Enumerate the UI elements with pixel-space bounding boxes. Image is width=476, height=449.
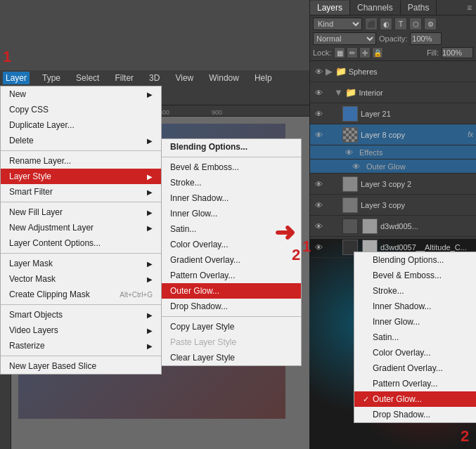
opacity-input[interactable] — [410, 32, 442, 45]
menu-layer-mask[interactable]: Layer Mask ▶ — [1, 256, 161, 271]
ctx2-blending-options[interactable]: Blending Options... — [354, 252, 476, 268]
tab-paths[interactable]: Paths — [401, 1, 437, 15]
menu-new-adjustment-layer[interactable]: New Adjustment Layer ▶ — [1, 220, 161, 235]
visibility-icon[interactable]: 👁 — [313, 200, 324, 211]
menu-rasterize[interactable]: Rasterize ▶ — [1, 338, 161, 353]
layer-item-layer3copy2[interactable]: 👁 Layer 3 copy 2 — [310, 174, 476, 195]
menu-smart-filter[interactable]: Smart Filter ▶ — [1, 184, 161, 200]
menu-item-view[interactable]: View — [172, 72, 196, 84]
menu-video-layers[interactable]: Video Layers ▶ — [1, 323, 161, 338]
ctx2-bevel-emboss[interactable]: Bevel & Emboss... — [354, 268, 476, 283]
annotation-2b-badge: 2 — [461, 427, 469, 445]
kind-select[interactable]: Kind — [313, 18, 362, 30]
visibility-icon[interactable]: 👁 — [313, 108, 324, 119]
submenu-clear-layer-style[interactable]: Clear Layer Style — [162, 350, 301, 365]
shape-filter-icon[interactable]: ⬡ — [409, 18, 422, 30]
fill-label: Fill: — [427, 48, 439, 57]
layer-thumbnail — [342, 197, 358, 213]
layer-mask-thumbnail — [362, 219, 378, 234]
ctx2-inner-shadow[interactable]: Inner Shadow... — [354, 299, 476, 314]
fill-input[interactable] — [442, 47, 473, 58]
ctx2-gradient-overlay[interactable]: Gradient Overlay... — [354, 360, 476, 376]
layer-item-layer21[interactable]: 👁 Layer 21 — [310, 103, 476, 124]
annotation-2-badge: 2 — [292, 246, 300, 264]
menu-smart-objects[interactable]: Smart Objects ▶ — [1, 307, 161, 323]
lock-transparent-icon[interactable]: ▦ — [334, 47, 345, 58]
folder-icon: ▼ 📁 — [334, 87, 356, 98]
menu-layer-style[interactable]: Layer Style ▶ — [1, 169, 161, 184]
arrow-icon: ▶ — [147, 275, 153, 283]
menu-layer-content-options[interactable]: Layer Content Options... — [1, 235, 161, 251]
annotation-1-badge: 1 — [3, 48, 11, 66]
lock-pixels-icon[interactable]: ✏ — [347, 47, 358, 58]
panel-menu-icon[interactable]: ≡ — [463, 1, 476, 15]
tab-channels[interactable]: Channels — [350, 1, 401, 15]
layer-item-layer8copy[interactable]: 👁 Layer 8 copy fx — [310, 124, 476, 145]
submenu-bevel-emboss[interactable]: Bevel & Emboss... — [162, 160, 301, 175]
menu-duplicate-layer[interactable]: Duplicate Layer... — [1, 117, 161, 133]
blend-mode-select[interactable]: Normal — [313, 32, 376, 45]
menu-create-clipping-mask[interactable]: Create Clipping Mask Alt+Ctrl+G — [1, 287, 161, 302]
menu-item-filter[interactable]: Filter — [112, 72, 136, 84]
visibility-icon[interactable]: 👁 — [313, 129, 324, 141]
submenu-outer-glow[interactable]: Outer Glow... — [162, 283, 301, 299]
submenu-gradient-overlay[interactable]: Gradient Overlay... — [162, 252, 301, 268]
submenu-paste-layer-style[interactable]: Paste Layer Style — [162, 334, 301, 350]
menu-new-fill-layer[interactable]: New Fill Layer ▶ — [1, 204, 161, 220]
layer-name: d3wd005... — [380, 222, 473, 230]
pixel-filter-icon[interactable]: ⬛ — [365, 18, 378, 30]
menu-item-type[interactable]: Type — [39, 72, 63, 84]
layer-item-layer3copy[interactable]: 👁 Layer 3 copy — [310, 195, 476, 216]
menu-item-layer[interactable]: Layer — [3, 72, 30, 84]
check-icon: ✓ — [363, 395, 373, 404]
menu-item-select[interactable]: Select — [73, 72, 102, 84]
visibility-icon[interactable]: 👁 — [352, 162, 364, 171]
submenu-inner-shadow[interactable]: Inner Shadow... — [162, 190, 301, 206]
layer-name: Layer 3 copy — [361, 201, 473, 209]
layer-item-interior[interactable]: 👁 ▼ 📁 Interior — [310, 82, 476, 103]
visibility-icon[interactable]: 👁 — [345, 148, 356, 157]
annotation-1b-badge: 1 — [302, 237, 311, 256]
menu-item-window[interactable]: Window — [206, 72, 242, 84]
submenu-stroke[interactable]: Stroke... — [162, 175, 301, 190]
check-icon — [363, 349, 373, 357]
layer-item-d3wd005[interactable]: 👁 d3wd005... — [310, 216, 476, 237]
menu-item-help[interactable]: Help — [252, 72, 275, 84]
ctx2-drop-shadow[interactable]: Drop Shadow... — [354, 407, 476, 422]
smart-filter-icon[interactable]: ⚙ — [424, 18, 437, 30]
submenu-drop-shadow[interactable]: Drop Shadow... — [162, 299, 301, 314]
layer-thumbnail — [342, 106, 358, 122]
type-filter-icon[interactable]: T — [394, 18, 407, 30]
ctx2-color-overlay[interactable]: Color Overlay... — [354, 345, 476, 360]
menu-vector-mask[interactable]: Vector Mask ▶ — [1, 271, 161, 287]
visibility-icon[interactable]: 👁 — [313, 242, 324, 253]
menu-delete[interactable]: Delete ▶ — [1, 133, 161, 148]
check-icon — [363, 379, 373, 388]
ctx2-satin[interactable]: Satin... — [354, 330, 476, 345]
arrow-icon: ▶ — [147, 311, 153, 319]
submenu-pattern-overlay[interactable]: Pattern Overlay... — [162, 268, 301, 283]
ctx2-stroke[interactable]: Stroke... — [354, 283, 476, 299]
submenu-blending-options[interactable]: Blending Options... — [162, 139, 301, 155]
menu-new-layer-based-slice[interactable]: New Layer Based Slice — [1, 358, 161, 374]
menu-copy-css[interactable]: Copy CSS — [1, 102, 161, 117]
menu-item-3d[interactable]: 3D — [146, 72, 162, 84]
lock-all-icon[interactable]: 🔒 — [372, 47, 383, 58]
menu-new[interactable]: New ▶ — [1, 86, 161, 102]
visibility-icon[interactable]: 👁 — [313, 221, 324, 232]
adjustment-filter-icon[interactable]: ◐ — [380, 18, 392, 30]
submenu-copy-layer-style[interactable]: Copy Layer Style — [162, 319, 301, 334]
arrow-icon: ▶ — [147, 224, 153, 232]
visibility-icon[interactable]: 👁 — [313, 87, 324, 98]
ctx2-pattern-overlay[interactable]: Pattern Overlay... — [354, 376, 476, 391]
visibility-icon[interactable]: 👁 — [313, 66, 324, 77]
lock-position-icon[interactable]: ✛ — [359, 47, 371, 58]
visibility-icon[interactable]: 👁 — [313, 178, 324, 190]
layer-item-spheres[interactable]: 👁 ▶ 📁 Spheres — [310, 61, 476, 82]
menu-rename-layer[interactable]: Rename Layer... — [1, 153, 161, 169]
tab-layers[interactable]: Layers — [310, 1, 350, 15]
lock-label: Lock: — [313, 48, 331, 57]
layer-name: Layer 3 copy 2 — [361, 180, 473, 188]
ctx2-inner-glow[interactable]: Inner Glow... — [354, 314, 476, 330]
ctx2-outer-glow[interactable]: ✓ Outer Glow... — [354, 391, 476, 407]
